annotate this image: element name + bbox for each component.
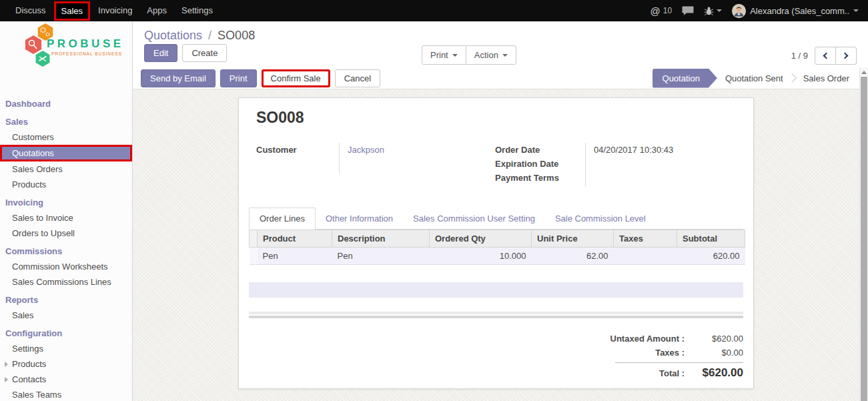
vertical-scrollbar[interactable] [859, 67, 868, 401]
customer-value-link[interactable]: Jackpson [348, 145, 384, 155]
order-date-value: 04/20/2017 10:30:43 [594, 143, 736, 157]
cell-taxes[interactable] [614, 248, 677, 265]
sidebar-item-sales-orders[interactable]: Sales Orders [0, 161, 132, 177]
user-menu[interactable]: Alexandra (Sales_comm.. [732, 4, 859, 18]
nav-item-apps[interactable]: Apps [139, 0, 174, 21]
order-lines-table: Product Description Ordered Qty Unit Pri… [249, 230, 745, 265]
tab-other-information[interactable]: Other Information [316, 208, 403, 229]
pager: 1 / 9 [791, 47, 857, 65]
cell-ordered-qty[interactable]: 10.000 [430, 248, 532, 265]
at-icon: @ [650, 5, 661, 17]
edit-button[interactable]: Edit [144, 44, 177, 62]
sidebar-heading-sales[interactable]: Sales [0, 111, 132, 129]
order-date-label: Order Date [495, 143, 585, 157]
table-row[interactable]: Pen Pen 10.000 62.00 620.00 [250, 248, 745, 265]
mentions-button[interactable]: @ 10 [650, 5, 673, 17]
sidebar-item-label: Contacts [12, 374, 46, 384]
tab-sale-commission-level[interactable]: Sale Commission Level [545, 208, 656, 229]
pager-previous-button[interactable] [815, 47, 836, 65]
taxes-label: Taxes : [571, 346, 685, 360]
column-header-ordered-qty[interactable]: Ordered Qty [430, 230, 532, 248]
sidebar-item-sales-teams[interactable]: Sales Teams [0, 387, 132, 401]
print-button[interactable]: Print [220, 69, 257, 87]
send-by-email-button[interactable]: Send by Email [141, 69, 215, 87]
tab-sales-commission-user-setting[interactable]: Sales Commission User Setting [403, 208, 545, 229]
sidebar-heading-invoicing: Invoicing [0, 192, 132, 210]
caret-down-icon [717, 9, 722, 12]
untaxed-amount-value: $620.00 [685, 332, 743, 346]
print-dropdown[interactable]: Print [422, 45, 466, 65]
cell-product[interactable]: Pen [258, 248, 332, 265]
sidebar-item-label: Products [12, 359, 46, 369]
stage-sales-order[interactable]: Sales Order [795, 69, 857, 88]
confirm-sale-button[interactable]: Confirm Sale [262, 69, 330, 87]
sidebar-item-commission-worksheets[interactable]: Commission Worksheets [0, 259, 132, 274]
nav-item-invoicing[interactable]: Invoicing [91, 0, 139, 21]
cancel-button[interactable]: Cancel [335, 69, 380, 87]
sidebar-item-quotations[interactable]: Quotations [0, 145, 132, 161]
status-bar: Send by Email Print Confirm Sale Cancel … [133, 67, 868, 89]
caret-down-icon [502, 54, 508, 57]
sidebar-menu: Dashboard Sales Customers Quotations Sal… [0, 93, 132, 401]
quotation-sheet: SO008 Customer Jackpson Order Date Expir… [238, 97, 754, 389]
row-handle[interactable] [250, 248, 258, 265]
column-header-taxes[interactable]: Taxes [614, 230, 677, 248]
column-header-description[interactable]: Description [332, 230, 430, 248]
nav-item-discuss[interactable]: Discuss [8, 0, 53, 21]
mention-count: 10 [663, 6, 672, 15]
cell-unit-price[interactable]: 62.00 [532, 248, 614, 265]
action-dropdown-label: Action [474, 50, 498, 60]
main-area: Quotations / SO008 Edit Create Print Act… [133, 21, 868, 401]
caret-down-icon [452, 54, 458, 57]
sidebar-item-config-contacts[interactable]: Contacts [0, 372, 132, 387]
sidebar-item-customers[interactable]: Customers [0, 129, 132, 145]
pager-counter: 1 / 9 [791, 51, 808, 61]
page-title: SO008 [256, 109, 736, 127]
caret-down-icon [853, 9, 859, 12]
stage-quotation[interactable]: Quotation [653, 69, 717, 88]
column-header-product[interactable]: Product [258, 230, 332, 248]
total-label: Total : [571, 366, 685, 380]
scroll-up-arrow-icon[interactable] [861, 71, 867, 74]
notebook-tabs: Order Lines Other Information Sales Comm… [249, 208, 743, 230]
sidebar-item-config-products[interactable]: Products [0, 356, 132, 372]
sidebar-heading-configuration: Configuration [0, 323, 132, 341]
column-header-subtotal[interactable]: Subtotal [677, 230, 745, 248]
sidebar-item-sales-to-invoice[interactable]: Sales to Invoice [0, 210, 132, 226]
print-dropdown-label: Print [430, 50, 448, 60]
table-header-row: Product Description Ordered Qty Unit Pri… [250, 230, 745, 248]
bug-icon [704, 6, 714, 16]
breadcrumb-current: SO008 [218, 29, 255, 42]
horizontal-scrollbar[interactable] [249, 312, 743, 318]
company-logo: PROBUSE PROFESSIONAL BUSINESS [0, 21, 132, 89]
breadcrumb-quotations-link[interactable]: Quotations [144, 29, 202, 42]
cell-description[interactable]: Pen [332, 248, 430, 265]
pager-next-button[interactable] [835, 47, 857, 65]
chevron-left-icon [823, 53, 830, 59]
sidebar-item-sales-commissions-lines[interactable]: Sales Commissions Lines [0, 274, 132, 290]
sidebar-item-reports-sales[interactable]: Sales [0, 308, 132, 323]
svg-text:PROFESSIONAL BUSINESS: PROFESSIONAL BUSINESS [51, 51, 122, 56]
create-button[interactable]: Create [182, 44, 227, 62]
breadcrumb: Quotations / SO008 [133, 21, 868, 43]
taxes-value: $0.00 [685, 346, 743, 360]
messages-button[interactable] [682, 6, 694, 15]
action-dropdown[interactable]: Action [466, 45, 516, 65]
chevron-right-icon [842, 53, 849, 59]
cell-subtotal[interactable]: 620.00 [677, 248, 745, 265]
debug-menu-button[interactable] [704, 6, 722, 16]
sidebar-item-orders-to-upsell[interactable]: Orders to Upsell [0, 226, 132, 241]
sidebar-heading-dashboard[interactable]: Dashboard [0, 93, 132, 111]
expand-caret-icon [5, 362, 8, 367]
scrollbar-thumb[interactable] [861, 77, 867, 401]
column-header-unit-price[interactable]: Unit Price [532, 230, 614, 248]
sidebar-item-products[interactable]: Products [0, 177, 132, 192]
avatar [732, 4, 746, 18]
stage-quotation-sent[interactable]: Quotation Sent [717, 69, 791, 88]
nav-item-sales[interactable]: Sales [54, 1, 91, 21]
tab-order-lines[interactable]: Order Lines [249, 208, 316, 230]
row-handle-column [250, 230, 258, 248]
sidebar-item-settings[interactable]: Settings [0, 341, 132, 356]
svg-text:PROBUSE: PROBUSE [47, 37, 124, 50]
nav-item-settings[interactable]: Settings [174, 0, 220, 21]
